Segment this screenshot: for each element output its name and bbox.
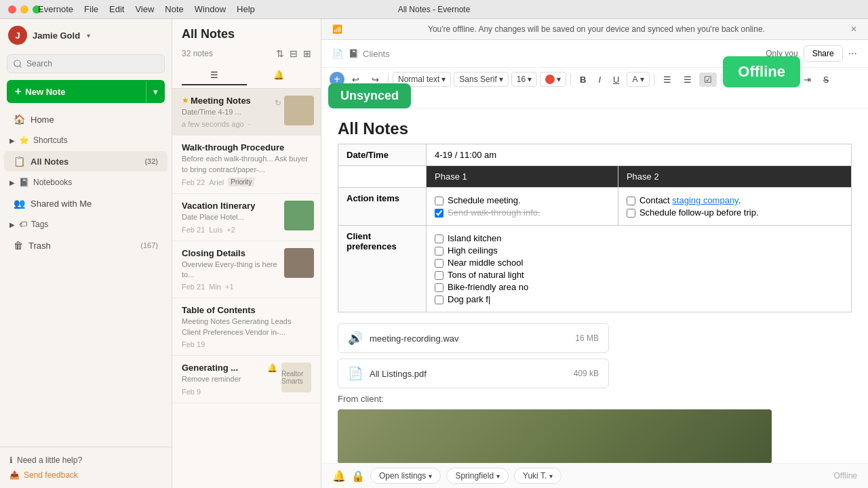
note-item-generating[interactable]: Generating ... 🔔 Remove reminder Feb 9 R… [172, 356, 321, 403]
check-label: Send walk-through info. [448, 207, 540, 218]
note-author: Ariel [209, 178, 224, 186]
highlight-icon: A [632, 75, 637, 84]
note-item-closing[interactable]: Closing Details Overview Every-thing is … [172, 241, 321, 299]
checkbox-schedule-followup[interactable] [627, 209, 635, 218]
text-style-dropdown[interactable]: Normal text ▾ [393, 72, 451, 87]
user-profile[interactable]: J Jamie Gold ▾ [0, 19, 172, 52]
checkbox-send[interactable] [435, 209, 443, 218]
add-block-button[interactable]: + [330, 72, 344, 87]
checkbox-dog[interactable] [435, 296, 443, 304]
align-dropdown[interactable]: ≡ ▾ [755, 72, 776, 87]
window-title: All Notes - Evernote [398, 5, 471, 14]
close-button[interactable] [8, 5, 16, 14]
checkbox-school[interactable] [435, 259, 443, 268]
sidebar-item-tags[interactable]: ▶ 🏷 Tags [0, 216, 172, 232]
separator [388, 73, 389, 85]
tab-reminders-view[interactable]: 🔔 [247, 66, 312, 85]
more-options-button[interactable]: ··· [848, 47, 857, 60]
font-dropdown[interactable]: Sans Serif ▾ [454, 72, 508, 87]
link-button[interactable]: 🔗 [726, 73, 746, 87]
sidebar-item-shortcuts[interactable]: ▶ ⭐ Shortcuts [0, 132, 172, 148]
new-note-dropdown-arrow[interactable]: ▾ [146, 81, 165, 102]
checkbox-bike[interactable] [435, 283, 443, 292]
sidebar-item-trash[interactable]: 🗑 Trash (167) [4, 235, 167, 256]
note-footer: Feb 19 [182, 340, 311, 348]
checkbox-contact[interactable] [627, 197, 635, 205]
checkbox-schedule[interactable] [435, 197, 443, 205]
staging-link[interactable]: staging company [672, 195, 738, 205]
bullet-list-button[interactable]: ☰ [658, 73, 676, 87]
color-picker-dropdown[interactable]: ▾ [540, 72, 566, 87]
phase1-actions: Schedule meeting. Send walk-through info… [427, 188, 618, 226]
checkbox-light[interactable] [435, 271, 443, 280]
note-title[interactable]: All Notes [338, 119, 852, 138]
tag-label: Springfield [455, 471, 494, 481]
share-button[interactable]: Share [804, 45, 843, 62]
sidebar-item-all-notes[interactable]: 📋 All Notes (32) [4, 151, 167, 171]
sidebar-footer: ℹ Need a little help? 📤 Send feedback [0, 447, 172, 488]
note-footer: Feb 22 Ariel Priority [182, 178, 311, 186]
chevron-down-icon: ▾ [557, 75, 561, 84]
note-item-vacation[interactable]: Vacation Itinerary Date Place Hotel... F… [172, 194, 321, 241]
note-body[interactable]: Date/Time 4-19 / 11:00 am Phase 1 Phase … [321, 144, 868, 463]
text-style-label: Normal text [398, 75, 439, 84]
underline-button[interactable]: U [608, 73, 624, 87]
checklist-button[interactable]: ☑ [699, 73, 717, 87]
font-size-label: 16 [517, 75, 526, 84]
redo-button[interactable]: ↪ [367, 73, 384, 87]
tag-springfield[interactable]: Springfield ▾ [446, 468, 509, 484]
star-icon: ★ [182, 96, 189, 105]
note-footer: Feb 21 Min +1 [182, 283, 279, 291]
phase1-header: Phase 1 [427, 166, 618, 188]
highlight-dropdown[interactable]: A ▾ [627, 72, 649, 87]
note-item-meeting-notes[interactable]: ★ Meeting Notes Date/Time 4-19 ... a few… [172, 89, 321, 136]
menu-edit[interactable]: Edit [109, 4, 124, 14]
menu-note[interactable]: Note [165, 4, 183, 14]
tab-notes-view[interactable]: ☰ [182, 66, 247, 85]
checkbox-ceilings[interactable] [435, 247, 443, 256]
font-size-dropdown[interactable]: 16 ▾ [511, 72, 537, 87]
check-label: Bike-friendly area no [448, 282, 528, 292]
tag-open-listings[interactable]: Open listings ▾ [370, 468, 441, 484]
new-note-main[interactable]: + New Note [7, 80, 146, 103]
check-item: Island kitchen [435, 233, 843, 243]
attachment-wav[interactable]: 🔊 meeting-recording.wav 16 MB [338, 323, 609, 353]
close-banner-button[interactable]: ✕ [850, 24, 857, 34]
menu-evernote[interactable]: Evernote [38, 4, 73, 14]
tag-yuki[interactable]: Yuki T. ▾ [514, 468, 561, 484]
menu-help[interactable]: Help [237, 4, 255, 14]
strikethrough-button[interactable]: S̶ [818, 73, 833, 87]
sidebar-item-shared[interactable]: 👥 Shared with Me [4, 193, 167, 214]
menu-bar[interactable]: Evernote File Edit View Note Window Help [27, 4, 255, 14]
indent-left-button[interactable]: ⇤ [779, 73, 796, 87]
italic-button[interactable]: I [593, 73, 606, 87]
note-item-walk-through[interactable]: Walk-through Procedure Before each walk-… [172, 136, 321, 194]
chevron-right-icon: ▶ [9, 221, 15, 228]
shared-icon: 👥 [14, 198, 25, 209]
attachment-pdf[interactable]: 📄 All Listings.pdf 409 kB [338, 359, 609, 388]
bold-button[interactable]: B [575, 73, 591, 87]
help-link[interactable]: ℹ Need a little help? [9, 453, 162, 468]
avatar: J [8, 26, 27, 45]
undo-button[interactable]: ↩ [347, 73, 364, 87]
checkbox-island[interactable] [435, 235, 443, 243]
search-input[interactable] [7, 54, 165, 73]
new-note-button[interactable]: + New Note ▾ [7, 80, 165, 103]
menu-window[interactable]: Window [195, 4, 226, 14]
indent-right-button[interactable]: ⇥ [799, 73, 816, 87]
sidebar-item-notebooks[interactable]: ▶ 📓 Notebooks [0, 174, 172, 190]
help-icon: ℹ [9, 455, 13, 465]
filter-button[interactable]: ⊟ [290, 48, 298, 59]
check-item: Send walk-through info. [435, 207, 610, 218]
feedback-link[interactable]: 📤 Send feedback [9, 468, 162, 483]
sidebar-item-home[interactable]: 🏠 Home [4, 109, 167, 129]
menu-view[interactable]: View [135, 4, 154, 14]
sidebar-label-all-notes: All Notes [31, 157, 68, 167]
more-toolbar-button[interactable]: More [330, 89, 359, 104]
note-item-table-of-contents[interactable]: Table of Contents Meeting Notes Generati… [172, 298, 321, 356]
view-toggle-button[interactable]: ⊞ [303, 48, 311, 59]
numbered-list-button[interactable]: ☰ [679, 73, 696, 87]
sort-button[interactable]: ⇅ [276, 48, 284, 59]
menu-file[interactable]: File [84, 4, 98, 14]
chevron-down-icon: ▾ [640, 75, 644, 84]
